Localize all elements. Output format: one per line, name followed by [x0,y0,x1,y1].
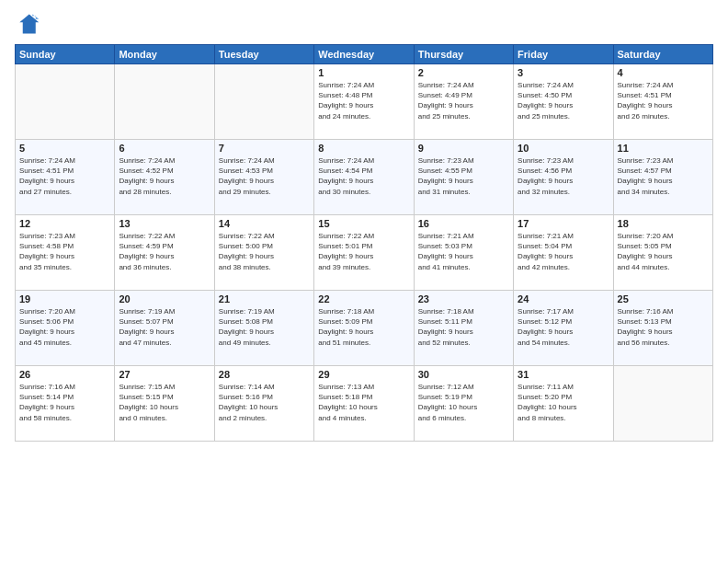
day-number: 2 [418,67,509,78]
day-cell-23: 23Sunrise: 7:18 AM Sunset: 5:11 PM Dayli… [414,291,513,366]
day-cell-26: 26Sunrise: 7:16 AM Sunset: 5:14 PM Dayli… [16,366,115,442]
day-cell-14: 14Sunrise: 7:22 AM Sunset: 5:00 PM Dayli… [214,215,313,291]
day-cell-28: 28Sunrise: 7:14 AM Sunset: 5:16 PM Dayli… [214,366,313,442]
day-number: 31 [518,369,609,380]
day-number: 24 [518,293,609,304]
day-number: 10 [518,143,609,154]
day-cell-27: 27Sunrise: 7:15 AM Sunset: 5:15 PM Dayli… [115,366,214,442]
day-cell-empty-0-1 [115,64,214,140]
day-cell-8: 8Sunrise: 7:24 AM Sunset: 4:54 PM Daylig… [314,140,414,215]
day-cell-20: 20Sunrise: 7:19 AM Sunset: 5:07 PM Dayli… [115,291,214,366]
day-number: 30 [418,369,509,380]
day-cell-22: 22Sunrise: 7:18 AM Sunset: 5:09 PM Dayli… [314,291,414,366]
day-cell-10: 10Sunrise: 7:23 AM Sunset: 4:56 PM Dayli… [514,140,613,215]
day-detail: Sunrise: 7:22 AM Sunset: 5:00 PM Dayligh… [219,231,310,272]
page: SundayMondayTuesdayWednesdayThursdayFrid… [0,0,728,563]
logo-icon [15,11,40,37]
day-number: 20 [119,293,210,304]
day-detail: Sunrise: 7:23 AM Sunset: 4:57 PM Dayligh… [618,155,709,197]
week-row-2: 5Sunrise: 7:24 AM Sunset: 4:51 PM Daylig… [16,140,713,215]
week-row-3: 12Sunrise: 7:23 AM Sunset: 4:58 PM Dayli… [16,215,713,291]
day-detail: Sunrise: 7:22 AM Sunset: 4:59 PM Dayligh… [119,231,210,272]
day-number: 11 [618,143,709,154]
col-header-wednesday: Wednesday [314,45,414,64]
day-number: 5 [19,143,110,154]
day-number: 17 [518,218,609,229]
col-header-friday: Friday [514,45,613,64]
day-detail: Sunrise: 7:24 AM Sunset: 4:49 PM Dayligh… [418,80,509,121]
day-detail: Sunrise: 7:22 AM Sunset: 5:01 PM Dayligh… [318,231,409,272]
day-cell-empty-0-0 [16,64,115,140]
day-number: 1 [318,67,409,78]
col-header-tuesday: Tuesday [214,45,313,64]
day-detail: Sunrise: 7:13 AM Sunset: 5:18 PM Dayligh… [318,382,409,423]
day-detail: Sunrise: 7:16 AM Sunset: 5:14 PM Dayligh… [19,382,110,423]
week-row-4: 19Sunrise: 7:20 AM Sunset: 5:06 PM Dayli… [16,291,713,366]
day-number: 21 [219,293,310,304]
day-cell-31: 31Sunrise: 7:11 AM Sunset: 5:20 PM Dayli… [514,366,613,442]
day-cell-7: 7Sunrise: 7:24 AM Sunset: 4:53 PM Daylig… [214,140,313,215]
day-cell-21: 21Sunrise: 7:19 AM Sunset: 5:08 PM Dayli… [214,291,313,366]
day-detail: Sunrise: 7:11 AM Sunset: 5:20 PM Dayligh… [518,382,609,423]
day-detail: Sunrise: 7:24 AM Sunset: 4:52 PM Dayligh… [119,155,210,197]
day-detail: Sunrise: 7:14 AM Sunset: 5:16 PM Dayligh… [219,382,310,423]
day-number: 13 [119,218,210,229]
header-row: SundayMondayTuesdayWednesdayThursdayFrid… [16,45,713,64]
day-number: 7 [219,143,310,154]
day-cell-empty-0-2 [214,64,313,140]
day-number: 23 [418,293,509,304]
day-detail: Sunrise: 7:21 AM Sunset: 5:03 PM Dayligh… [418,231,509,272]
day-detail: Sunrise: 7:15 AM Sunset: 5:15 PM Dayligh… [119,382,210,423]
day-cell-4: 4Sunrise: 7:24 AM Sunset: 4:51 PM Daylig… [613,64,712,140]
day-number: 28 [219,369,310,380]
day-cell-13: 13Sunrise: 7:22 AM Sunset: 4:59 PM Dayli… [115,215,214,291]
day-detail: Sunrise: 7:24 AM Sunset: 4:54 PM Dayligh… [318,155,409,197]
day-cell-2: 2Sunrise: 7:24 AM Sunset: 4:49 PM Daylig… [414,64,513,140]
day-detail: Sunrise: 7:24 AM Sunset: 4:51 PM Dayligh… [19,155,110,197]
day-number: 18 [618,218,709,229]
day-number: 19 [19,293,110,304]
day-cell-15: 15Sunrise: 7:22 AM Sunset: 5:01 PM Dayli… [314,215,414,291]
col-header-saturday: Saturday [613,45,712,64]
calendar-table: SundayMondayTuesdayWednesdayThursdayFrid… [15,44,713,442]
col-header-monday: Monday [115,45,214,64]
day-cell-16: 16Sunrise: 7:21 AM Sunset: 5:03 PM Dayli… [414,215,513,291]
day-number: 8 [318,143,409,154]
day-cell-24: 24Sunrise: 7:17 AM Sunset: 5:12 PM Dayli… [514,291,613,366]
col-header-thursday: Thursday [414,45,513,64]
week-row-1: 1Sunrise: 7:24 AM Sunset: 4:48 PM Daylig… [16,64,713,140]
logo [15,11,44,37]
day-number: 3 [518,67,609,78]
day-cell-9: 9Sunrise: 7:23 AM Sunset: 4:55 PM Daylig… [414,140,513,215]
day-cell-30: 30Sunrise: 7:12 AM Sunset: 5:19 PM Dayli… [414,366,513,442]
day-cell-3: 3Sunrise: 7:24 AM Sunset: 4:50 PM Daylig… [514,64,613,140]
day-number: 9 [418,143,509,154]
day-detail: Sunrise: 7:17 AM Sunset: 5:12 PM Dayligh… [518,306,609,348]
day-number: 4 [618,67,709,78]
day-number: 25 [618,293,709,304]
day-detail: Sunrise: 7:23 AM Sunset: 4:56 PM Dayligh… [518,155,609,197]
day-number: 29 [318,369,409,380]
day-cell-19: 19Sunrise: 7:20 AM Sunset: 5:06 PM Dayli… [16,291,115,366]
day-cell-5: 5Sunrise: 7:24 AM Sunset: 4:51 PM Daylig… [16,140,115,215]
day-detail: Sunrise: 7:19 AM Sunset: 5:07 PM Dayligh… [119,306,210,348]
day-number: 6 [119,143,210,154]
day-detail: Sunrise: 7:23 AM Sunset: 4:58 PM Dayligh… [19,231,110,272]
day-cell-17: 17Sunrise: 7:21 AM Sunset: 5:04 PM Dayli… [514,215,613,291]
day-number: 12 [19,218,110,229]
day-cell-18: 18Sunrise: 7:20 AM Sunset: 5:05 PM Dayli… [613,215,712,291]
day-detail: Sunrise: 7:24 AM Sunset: 4:50 PM Dayligh… [518,80,609,121]
day-detail: Sunrise: 7:24 AM Sunset: 4:48 PM Dayligh… [318,80,409,121]
day-number: 26 [19,369,110,380]
day-number: 27 [119,369,210,380]
day-cell-1: 1Sunrise: 7:24 AM Sunset: 4:48 PM Daylig… [314,64,414,140]
day-number: 22 [318,293,409,304]
day-detail: Sunrise: 7:19 AM Sunset: 5:08 PM Dayligh… [219,306,310,348]
col-header-sunday: Sunday [16,45,115,64]
day-cell-29: 29Sunrise: 7:13 AM Sunset: 5:18 PM Dayli… [314,366,414,442]
day-cell-empty-4-6 [613,366,712,442]
day-detail: Sunrise: 7:20 AM Sunset: 5:06 PM Dayligh… [19,306,110,348]
day-detail: Sunrise: 7:16 AM Sunset: 5:13 PM Dayligh… [618,306,709,348]
day-detail: Sunrise: 7:18 AM Sunset: 5:09 PM Dayligh… [318,306,409,348]
day-cell-25: 25Sunrise: 7:16 AM Sunset: 5:13 PM Dayli… [613,291,712,366]
